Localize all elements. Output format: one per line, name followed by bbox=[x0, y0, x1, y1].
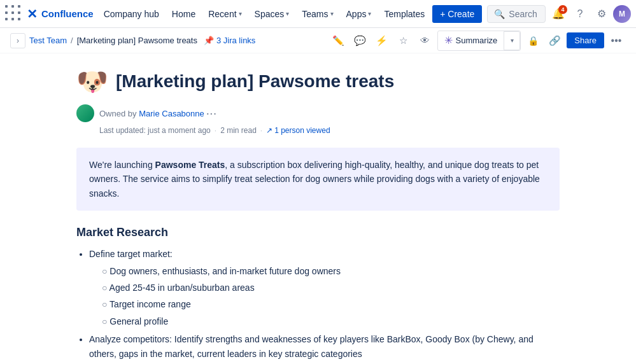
comment-icon[interactable]: 💬 bbox=[351, 31, 370, 50]
nav-item-recent[interactable]: Recent ▾ bbox=[203, 6, 246, 22]
apps-grid-icon[interactable] bbox=[5, 4, 23, 24]
nav-item-teams[interactable]: Teams ▾ bbox=[297, 6, 338, 22]
lock-icon[interactable]: 🔒 bbox=[523, 31, 542, 50]
breadcrumb-bar: › Test Team / [Marketing plan] Pawsome t… bbox=[0, 28, 636, 53]
author-info: Owned by Marie Casabonne ··· bbox=[99, 109, 217, 118]
owner-prefix: Owned by bbox=[99, 109, 139, 118]
summarize-dropdown[interactable]: ▾ bbox=[504, 31, 520, 50]
content-area: 🐶 [Marketing plan] Pawsome treats Owned … bbox=[0, 53, 636, 364]
page-emoji: 🐶 bbox=[76, 69, 108, 94]
apps-chevron-icon: ▾ bbox=[368, 10, 371, 17]
share-button[interactable]: Share bbox=[567, 32, 604, 48]
confluence-logo-text: Confluence bbox=[41, 8, 94, 19]
author-row: Owned by Marie Casabonne ··· bbox=[76, 104, 560, 122]
notification-badge: 4 bbox=[558, 5, 567, 14]
author-options[interactable]: ··· bbox=[206, 109, 217, 118]
star-icon[interactable]: ☆ bbox=[394, 31, 413, 50]
meta-row: Last updated: just a moment ago · 2 min … bbox=[99, 126, 560, 135]
jira-links-label: 3 Jira links bbox=[216, 36, 255, 45]
search-bar[interactable]: 🔍 Search bbox=[487, 5, 546, 23]
read-time: 2 min read bbox=[220, 126, 257, 135]
page-title: [Marketing plan] Pawsome treats bbox=[116, 71, 394, 92]
views-icon: ↗ bbox=[266, 126, 272, 135]
watch-icon[interactable]: 👁 bbox=[416, 31, 435, 50]
views-count: 1 person viewed bbox=[274, 126, 330, 135]
breadcrumb-separator: / bbox=[71, 36, 73, 45]
summarize-asterisk-icon: ✳ bbox=[444, 34, 453, 46]
lightning-icon[interactable]: ⚡ bbox=[372, 31, 392, 50]
nav-item-company-hub[interactable]: Company hub bbox=[99, 6, 164, 22]
search-icon: 🔍 bbox=[494, 9, 505, 19]
jira-icon: 📌 bbox=[204, 36, 214, 45]
callout-prefix: We're launching bbox=[89, 160, 155, 170]
summarize-button-group: ✳ Summarize ▾ bbox=[437, 31, 521, 51]
help-icon[interactable]: ? bbox=[570, 4, 590, 24]
create-button[interactable]: + Create bbox=[432, 5, 482, 23]
page-title-row: 🐶 [Marketing plan] Pawsome treats bbox=[76, 69, 560, 94]
callout-box: We're launching Pawsome Treats, a subscr… bbox=[76, 148, 560, 211]
list-item: Analyze competitors: Identify strengths … bbox=[89, 332, 560, 361]
more-options-button[interactable]: ••• bbox=[607, 31, 626, 50]
sub-list: Dog owners, enthusiasts, and in-market f… bbox=[89, 264, 560, 329]
confluence-logo[interactable]: ✕ Confluence bbox=[27, 6, 94, 22]
last-updated: Last updated: just a moment ago bbox=[99, 126, 211, 135]
section-heading-market-research: Market Research bbox=[76, 226, 560, 239]
nav-icon-group: 🔔 4 ? ⚙ M bbox=[548, 4, 631, 24]
views-link[interactable]: ↗ 1 person viewed bbox=[266, 126, 330, 135]
summarize-button[interactable]: ✳ Summarize bbox=[438, 31, 504, 50]
confluence-x-icon: ✕ bbox=[27, 6, 38, 22]
notifications-icon[interactable]: 🔔 4 bbox=[548, 4, 569, 24]
recent-chevron-icon: ▾ bbox=[239, 10, 242, 17]
settings-icon[interactable]: ⚙ bbox=[591, 4, 612, 24]
list-item: General profile bbox=[102, 314, 560, 328]
nav-item-apps[interactable]: Apps ▾ bbox=[341, 6, 377, 22]
author-avatar bbox=[76, 104, 94, 122]
list-item: Dog owners, enthusiasts, and in-market f… bbox=[102, 264, 560, 278]
nav-item-spaces[interactable]: Spaces ▾ bbox=[250, 6, 295, 22]
nav-item-templates[interactable]: Templates bbox=[379, 6, 430, 22]
sidebar-toggle[interactable]: › bbox=[10, 33, 25, 48]
spaces-chevron-icon: ▾ bbox=[286, 10, 289, 17]
list-item: Target income range bbox=[102, 297, 560, 311]
nav-item-home[interactable]: Home bbox=[167, 6, 201, 22]
user-avatar[interactable]: M bbox=[613, 5, 631, 23]
navbar: ✕ Confluence Company hub Home Recent ▾ S… bbox=[0, 0, 636, 28]
breadcrumb-team-link[interactable]: Test Team bbox=[29, 36, 67, 45]
callout-bold: Pawsome Treats bbox=[155, 160, 225, 170]
list-item: Define target market: Dog owners, enthus… bbox=[89, 247, 560, 328]
edit-icon[interactable]: ✏️ bbox=[329, 31, 348, 50]
toolbar-icons: ✏️ 💬 ⚡ ☆ 👁 ✳ Summarize ▾ 🔒 🔗 Share ••• bbox=[329, 31, 626, 51]
link-icon[interactable]: 🔗 bbox=[545, 31, 564, 50]
author-link[interactable]: Marie Casabonne bbox=[139, 109, 204, 118]
search-placeholder: Search bbox=[509, 9, 537, 19]
teams-chevron-icon: ▾ bbox=[330, 10, 334, 17]
market-research-list: Define target market: Dog owners, enthus… bbox=[76, 247, 560, 364]
list-item: Aged 25-45 in urban/suburban areas bbox=[102, 281, 560, 295]
jira-links[interactable]: 📌 3 Jira links bbox=[204, 36, 255, 45]
summarize-label: Summarize bbox=[456, 36, 498, 45]
breadcrumb-current-page: [Marketing plan] Pawsome treats bbox=[77, 36, 197, 45]
